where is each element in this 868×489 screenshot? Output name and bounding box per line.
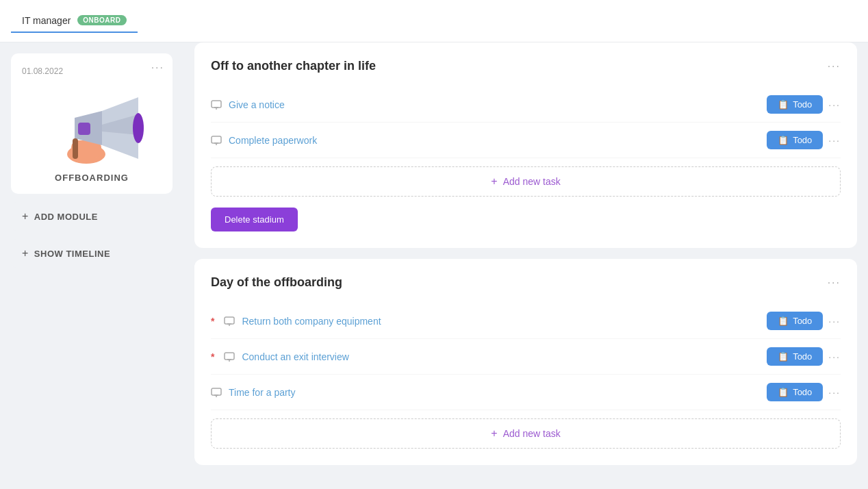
task-give-a-notice-more-icon[interactable]: ··· bbox=[828, 99, 841, 110]
task-row: Complete paperwork 📋 Todo ··· bbox=[211, 123, 841, 158]
sidebar: 01.08.2022 ··· bbox=[0, 42, 183, 489]
add-new-task-button[interactable]: + Add new task bbox=[211, 166, 841, 197]
delete-stadium-label: Delete stadium bbox=[225, 214, 284, 225]
task-give-a-notice-status: Todo bbox=[793, 99, 812, 110]
task-time-for-party-status: Todo bbox=[793, 387, 812, 397]
clipboard-icon: 📋 bbox=[778, 351, 789, 362]
svg-point-2 bbox=[133, 113, 144, 143]
monitor-icon bbox=[211, 135, 222, 146]
show-timeline-plus-icon: + bbox=[22, 247, 29, 260]
task-time-for-party-name: Time for a party bbox=[229, 387, 296, 398]
task-exit-interview-name: Conduct an exit interview bbox=[242, 351, 348, 362]
required-indicator: * bbox=[211, 351, 214, 362]
task-left: * Return both company equipment bbox=[211, 316, 381, 327]
sidebar-date: 01.08.2022 bbox=[22, 66, 63, 76]
section2-menu-icon[interactable]: ··· bbox=[828, 277, 841, 289]
task-right: 📋 Todo ··· bbox=[767, 347, 841, 366]
sidebar-card-menu-icon[interactable]: ··· bbox=[151, 62, 164, 74]
task-return-equipment-more-icon[interactable]: ··· bbox=[828, 316, 841, 327]
task-give-a-notice-name: Give a notice bbox=[229, 99, 285, 110]
add-task-plus-icon: + bbox=[491, 175, 497, 188]
monitor-icon bbox=[211, 387, 222, 398]
svg-rect-7 bbox=[73, 138, 78, 159]
section1-menu-icon[interactable]: ··· bbox=[828, 60, 841, 73]
add-new-task-label-2: Add new task bbox=[503, 428, 561, 439]
clipboard-icon: 📋 bbox=[778, 135, 789, 145]
add-module-plus-icon: + bbox=[22, 210, 29, 223]
section2-header: Day of the offboarding ··· bbox=[211, 275, 841, 290]
sidebar-illustration bbox=[22, 77, 162, 173]
task-row: * Return both company equipment 📋 Todo ·… bbox=[211, 303, 841, 339]
task-right: 📋 Todo ··· bbox=[767, 383, 841, 401]
section1-header: Off to another chapter in life ··· bbox=[211, 59, 841, 73]
add-module-button[interactable]: + ADD MODULE bbox=[11, 202, 173, 231]
monitor-icon bbox=[211, 99, 222, 110]
task-left: Give a notice bbox=[211, 99, 285, 110]
section2-title: Day of the offboarding bbox=[211, 275, 342, 290]
svg-rect-6 bbox=[78, 123, 90, 135]
section-off-to-another-chapter: Off to another chapter in life ··· Give … bbox=[194, 42, 857, 248]
task-give-a-notice-todo-button[interactable]: 📋 Todo bbox=[767, 95, 823, 114]
clipboard-icon: 📋 bbox=[778, 99, 789, 110]
task-return-equipment-status: Todo bbox=[793, 316, 812, 326]
svg-rect-14 bbox=[225, 317, 234, 324]
task-left: * Conduct an exit interview bbox=[211, 351, 349, 362]
show-timeline-button[interactable]: + SHOW TIMELINE bbox=[11, 239, 173, 268]
task-complete-paperwork-name: Complete paperwork bbox=[229, 135, 317, 146]
task-row: Time for a party 📋 Todo ··· bbox=[211, 375, 841, 410]
clipboard-icon: 📋 bbox=[778, 316, 789, 326]
task-complete-paperwork-status: Todo bbox=[793, 135, 812, 145]
required-indicator: * bbox=[211, 316, 214, 327]
add-task-plus-icon-2: + bbox=[491, 427, 497, 440]
task-time-for-party-todo-button[interactable]: 📋 Todo bbox=[767, 383, 823, 401]
svg-rect-11 bbox=[212, 136, 221, 143]
monitor-icon bbox=[224, 316, 235, 327]
main-layout: 01.08.2022 ··· bbox=[0, 42, 868, 489]
task-time-for-party-more-icon[interactable]: ··· bbox=[828, 387, 841, 398]
task-row: Give a notice 📋 Todo ··· bbox=[211, 87, 841, 123]
task-return-equipment-todo-button[interactable]: 📋 Todo bbox=[767, 312, 823, 330]
task-exit-interview-todo-button[interactable]: 📋 Todo bbox=[767, 347, 823, 366]
top-navigation: IT manager ONBOARD bbox=[0, 0, 868, 42]
sidebar-offboarding-label: OFFBOARDING bbox=[22, 173, 162, 183]
main-content: Off to another chapter in life ··· Give … bbox=[183, 42, 868, 489]
show-timeline-label: SHOW TIMELINE bbox=[34, 249, 110, 259]
delete-stadium-button[interactable]: Delete stadium bbox=[211, 208, 298, 231]
task-row: * Conduct an exit interview 📋 Todo ··· bbox=[211, 339, 841, 375]
task-exit-interview-status: Todo bbox=[793, 351, 812, 362]
task-return-equipment-name: Return both company equipment bbox=[242, 316, 381, 327]
svg-rect-20 bbox=[212, 388, 221, 395]
add-new-task-button-2[interactable]: + Add new task bbox=[211, 418, 841, 449]
nav-badge-onboard: ONBOARD bbox=[77, 15, 126, 25]
monitor-icon bbox=[224, 351, 235, 362]
task-complete-paperwork-more-icon[interactable]: ··· bbox=[828, 135, 841, 146]
svg-rect-17 bbox=[225, 353, 234, 360]
section1-title: Off to another chapter in life bbox=[211, 59, 376, 73]
add-new-task-label: Add new task bbox=[503, 176, 561, 187]
add-module-label: ADD MODULE bbox=[34, 212, 98, 222]
nav-tab-title: IT manager bbox=[22, 15, 71, 26]
task-left: Time for a party bbox=[211, 387, 296, 398]
svg-rect-8 bbox=[212, 101, 221, 108]
task-right: 📋 Todo ··· bbox=[767, 95, 841, 114]
sidebar-offboarding-card: 01.08.2022 ··· bbox=[11, 53, 173, 194]
nav-tab-it-manager[interactable]: IT manager ONBOARD bbox=[11, 10, 138, 33]
task-right: 📋 Todo ··· bbox=[767, 312, 841, 330]
task-complete-paperwork-todo-button[interactable]: 📋 Todo bbox=[767, 131, 823, 149]
clipboard-icon: 📋 bbox=[778, 387, 789, 397]
task-left: Complete paperwork bbox=[211, 135, 317, 146]
task-exit-interview-more-icon[interactable]: ··· bbox=[828, 351, 841, 362]
task-right: 📋 Todo ··· bbox=[767, 131, 841, 149]
section-day-of-offboarding: Day of the offboarding ··· * Return both… bbox=[194, 259, 857, 465]
